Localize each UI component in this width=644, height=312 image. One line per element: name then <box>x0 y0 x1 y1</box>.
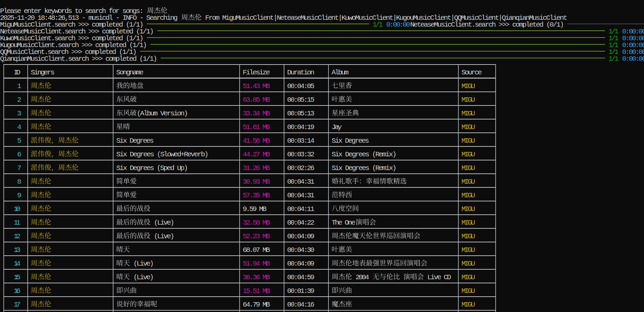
svg-text:Live CD: Live CD <box>427 273 451 281</box>
svg-text:2004: 2004 <box>355 273 369 281</box>
svg-text:00:04:59: 00:04:59 <box>287 273 314 281</box>
svg-text:MIGU: MIGU <box>461 110 475 117</box>
svg-text:MIGU: MIGU <box>461 123 475 131</box>
svg-text:Six Degrees: Six Degrees <box>332 137 369 145</box>
svg-text:44.27 MB: 44.27 MB <box>243 151 270 158</box>
svg-text:14: 14 <box>14 260 21 268</box>
svg-text:51.43 MB: 51.43 MB <box>243 82 270 90</box>
svg-text:68.07 MB: 68.07 MB <box>243 246 270 254</box>
svg-text:9.59 MB: 9.59 MB <box>243 205 267 213</box>
svg-text:57.35 MB: 57.35 MB <box>243 192 270 199</box>
svg-text:00:04:19: 00:04:19 <box>287 123 314 131</box>
svg-text:31.26 MB: 31.26 MB <box>243 164 270 172</box>
svg-text:(Album Version): (Album Version) <box>137 110 188 117</box>
svg-text:13: 13 <box>14 246 21 254</box>
svg-text:15: 15 <box>14 273 21 281</box>
svg-text:33.34 MB: 33.34 MB <box>243 110 270 117</box>
svg-text:6: 6 <box>17 151 22 158</box>
svg-text:32.58 MB: 32.58 MB <box>243 219 270 227</box>
svg-text:52.23 MB: 52.23 MB <box>243 232 270 240</box>
svg-text:2: 2 <box>17 96 22 104</box>
svg-text:MIGU: MIGU <box>461 287 475 295</box>
svg-text:Duration: Duration <box>287 69 314 76</box>
svg-text:MIGU: MIGU <box>461 137 475 145</box>
svg-text:63.85 MB: 63.85 MB <box>243 96 270 104</box>
svg-text:15.51 MB: 15.51 MB <box>243 287 270 295</box>
svg-text:MIGU: MIGU <box>461 219 475 227</box>
svg-text:30.93 MB: 30.93 MB <box>243 178 270 186</box>
svg-text:00:04:30: 00:04:30 <box>287 246 314 254</box>
svg-text:1/1: 1/1 <box>373 21 383 29</box>
svg-text:00:05:13: 00:05:13 <box>287 110 314 117</box>
svg-text:00:05:15: 00:05:15 <box>287 96 314 104</box>
svg-text:MIGU: MIGU <box>461 273 475 281</box>
svg-text:51.94 MB: 51.94 MB <box>243 260 270 268</box>
svg-text:MIGU: MIGU <box>461 246 475 254</box>
svg-text:Six Degrees (Slowed+Reverb): Six Degrees (Slowed+Reverb) <box>116 151 209 158</box>
svg-text:Source: Source <box>461 69 482 76</box>
svg-text:11: 11 <box>14 219 21 227</box>
svg-text:00:04:16: 00:04:16 <box>287 301 314 309</box>
svg-text:ID: ID <box>14 69 21 76</box>
svg-text:MIGU: MIGU <box>461 96 475 104</box>
svg-text:Six Degrees: Six Degrees <box>116 137 154 145</box>
svg-text:(Live): (Live) <box>133 260 154 268</box>
svg-text:NeteaseMusicClient.search >>>: NeteaseMusicClient.search >>> completed … <box>410 21 564 29</box>
svg-text:Six Degrees (Remix): Six Degrees (Remix) <box>332 164 397 172</box>
svg-text:MIGU: MIGU <box>461 82 475 90</box>
svg-text:(Live): (Live) <box>154 232 174 240</box>
svg-text:(Live): (Live) <box>133 273 154 281</box>
svg-text:12: 12 <box>14 232 21 240</box>
svg-text:00:04:09: 00:04:09 <box>287 232 314 240</box>
svg-text:MIGU: MIGU <box>461 232 475 240</box>
svg-text:7: 7 <box>17 164 22 172</box>
svg-text:MIGU: MIGU <box>461 151 475 158</box>
svg-text:Album: Album <box>332 69 349 76</box>
svg-text:Singers: Singers <box>31 69 55 76</box>
svg-text:MIGU: MIGU <box>461 260 475 268</box>
svg-text:41.56 MB: 41.56 MB <box>243 137 270 145</box>
svg-text:00:04:11: 00:04:11 <box>287 205 314 213</box>
svg-text:00:03:32: 00:03:32 <box>287 151 314 158</box>
svg-text:MIGU: MIGU <box>461 164 475 172</box>
svg-text:00:04:05: 00:04:05 <box>287 82 314 90</box>
svg-text:0:00:00: 0:00:00 <box>622 55 644 63</box>
svg-text:4: 4 <box>17 123 22 131</box>
svg-text:1: 1 <box>17 82 22 90</box>
svg-text:Songname: Songname <box>116 69 144 76</box>
svg-text:00:02:26: 00:02:26 <box>287 164 314 172</box>
svg-text:Six Degrees (Remix): Six Degrees (Remix) <box>332 151 397 158</box>
svg-text:MIGU: MIGU <box>461 192 475 199</box>
svg-text:QianqianMusicClient.search >>>: QianqianMusicClient.search >>> completed… <box>0 55 157 63</box>
svg-text:3: 3 <box>17 110 22 117</box>
svg-text:1/1: 1/1 <box>608 55 619 63</box>
svg-text:00:01:39: 00:01:39 <box>287 287 314 295</box>
svg-text:8: 8 <box>17 178 22 186</box>
svg-text:(Live): (Live) <box>154 219 174 227</box>
svg-text:0:00:00: 0:00:00 <box>386 21 410 29</box>
svg-text:00:04:22: 00:04:22 <box>287 219 314 227</box>
svg-text:5: 5 <box>17 137 22 145</box>
svg-text:Jay: Jay <box>332 123 342 131</box>
svg-text:9: 9 <box>17 192 22 199</box>
svg-text:MIGU: MIGU <box>461 205 475 213</box>
svg-text:10: 10 <box>14 205 21 213</box>
svg-text:00:04:31: 00:04:31 <box>287 178 314 186</box>
svg-text:MIGU: MIGU <box>461 301 475 309</box>
svg-text:MIGU: MIGU <box>461 178 475 186</box>
svg-text:16: 16 <box>14 287 21 295</box>
svg-text:64.79 MB: 64.79 MB <box>243 301 270 309</box>
svg-text:The One: The One <box>332 219 355 227</box>
svg-text:00:04:31: 00:04:31 <box>287 192 314 199</box>
svg-text:36.36 MB: 36.36 MB <box>243 273 270 281</box>
svg-text:Filesize: Filesize <box>243 69 270 76</box>
svg-text:51.61 MB: 51.61 MB <box>243 123 270 131</box>
svg-text:00:04:09: 00:04:09 <box>287 260 314 268</box>
svg-text:00:03:14: 00:03:14 <box>287 137 314 145</box>
svg-text:17: 17 <box>14 301 21 309</box>
svg-text:Six Degrees (Sped Up): Six Degrees (Sped Up) <box>116 164 188 172</box>
